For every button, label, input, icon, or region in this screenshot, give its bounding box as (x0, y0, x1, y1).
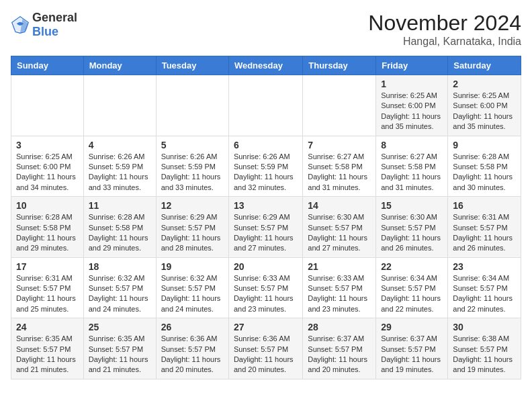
day-number: 15 (381, 200, 443, 211)
day-info: Sunrise: 6:25 AM Sunset: 6:00 PM Dayligh… (453, 91, 516, 132)
calendar-week-row: 10Sunrise: 6:28 AM Sunset: 5:58 PM Dayli… (11, 197, 521, 258)
day-number: 27 (234, 322, 298, 332)
calendar-cell (303, 75, 376, 136)
day-number: 21 (308, 261, 371, 272)
calendar-cell: 28Sunrise: 6:37 AM Sunset: 5:57 PM Dayli… (303, 318, 376, 379)
weekday-header-wednesday: Wednesday (228, 56, 302, 75)
calendar-cell: 6Sunrise: 6:26 AM Sunset: 5:59 PM Daylig… (228, 136, 302, 197)
calendar-week-row: 3Sunrise: 6:25 AM Sunset: 6:00 PM Daylig… (11, 136, 521, 197)
day-info: Sunrise: 6:32 AM Sunset: 5:57 PM Dayligh… (89, 273, 151, 315)
calendar-cell: 24Sunrise: 6:35 AM Sunset: 5:57 PM Dayli… (11, 318, 84, 379)
weekday-header-tuesday: Tuesday (156, 56, 228, 75)
calendar-cell: 10Sunrise: 6:28 AM Sunset: 5:58 PM Dayli… (11, 197, 84, 258)
day-info: Sunrise: 6:27 AM Sunset: 5:58 PM Dayligh… (381, 152, 443, 193)
calendar-cell: 21Sunrise: 6:33 AM Sunset: 5:57 PM Dayli… (303, 257, 376, 318)
day-number: 26 (161, 322, 224, 332)
day-number: 6 (234, 140, 298, 150)
calendar-cell: 26Sunrise: 6:36 AM Sunset: 5:57 PM Dayli… (156, 318, 228, 379)
title-section: November 2024 Hangal, Karnataka, India (368, 11, 521, 48)
calendar-cell: 30Sunrise: 6:38 AM Sunset: 5:57 PM Dayli… (448, 318, 521, 379)
day-info: Sunrise: 6:35 AM Sunset: 5:57 PM Dayligh… (89, 334, 151, 375)
day-info: Sunrise: 6:36 AM Sunset: 5:57 PM Dayligh… (234, 334, 298, 375)
logo: General Blue (11, 11, 77, 39)
calendar-cell: 25Sunrise: 6:35 AM Sunset: 5:57 PM Dayli… (83, 318, 156, 379)
day-info: Sunrise: 6:33 AM Sunset: 5:57 PM Dayligh… (308, 273, 371, 315)
day-info: Sunrise: 6:36 AM Sunset: 5:57 PM Dayligh… (161, 334, 224, 375)
day-info: Sunrise: 6:37 AM Sunset: 5:57 PM Dayligh… (381, 334, 443, 375)
calendar-cell: 8Sunrise: 6:27 AM Sunset: 5:58 PM Daylig… (376, 136, 448, 197)
calendar-cell: 14Sunrise: 6:30 AM Sunset: 5:57 PM Dayli… (303, 197, 376, 258)
day-info: Sunrise: 6:30 AM Sunset: 5:57 PM Dayligh… (381, 212, 443, 254)
calendar-week-row: 1Sunrise: 6:25 AM Sunset: 6:00 PM Daylig… (11, 75, 521, 136)
calendar-cell (11, 75, 84, 136)
day-number: 30 (453, 322, 516, 332)
calendar-cell: 18Sunrise: 6:32 AM Sunset: 5:57 PM Dayli… (83, 257, 156, 318)
weekday-header-row: SundayMondayTuesdayWednesdayThursdayFrid… (11, 56, 521, 75)
day-info: Sunrise: 6:26 AM Sunset: 5:59 PM Dayligh… (161, 152, 224, 193)
day-info: Sunrise: 6:25 AM Sunset: 6:00 PM Dayligh… (16, 152, 79, 193)
day-info: Sunrise: 6:33 AM Sunset: 5:57 PM Dayligh… (234, 273, 298, 315)
day-info: Sunrise: 6:30 AM Sunset: 5:57 PM Dayligh… (308, 212, 371, 254)
day-number: 11 (89, 200, 151, 211)
day-number: 25 (89, 322, 151, 332)
day-number: 4 (89, 140, 151, 150)
day-number: 2 (453, 79, 516, 89)
calendar-cell (156, 75, 228, 136)
day-info: Sunrise: 6:31 AM Sunset: 5:57 PM Dayligh… (16, 273, 79, 315)
day-info: Sunrise: 6:37 AM Sunset: 5:57 PM Dayligh… (308, 334, 371, 375)
day-info: Sunrise: 6:38 AM Sunset: 5:57 PM Dayligh… (453, 334, 516, 375)
calendar-cell: 20Sunrise: 6:33 AM Sunset: 5:57 PM Dayli… (228, 257, 302, 318)
calendar-cell: 23Sunrise: 6:34 AM Sunset: 5:57 PM Dayli… (448, 257, 521, 318)
day-number: 8 (381, 140, 443, 150)
calendar-cell: 12Sunrise: 6:29 AM Sunset: 5:57 PM Dayli… (156, 197, 228, 258)
calendar-cell: 16Sunrise: 6:31 AM Sunset: 5:57 PM Dayli… (448, 197, 521, 258)
logo-icon (11, 15, 30, 34)
day-number: 17 (16, 261, 79, 272)
calendar-week-row: 17Sunrise: 6:31 AM Sunset: 5:57 PM Dayli… (11, 257, 521, 318)
calendar-cell: 22Sunrise: 6:34 AM Sunset: 5:57 PM Dayli… (376, 257, 448, 318)
calendar-table: SundayMondayTuesdayWednesdayThursdayFrid… (11, 56, 521, 379)
day-number: 13 (234, 200, 298, 211)
day-number: 16 (453, 200, 516, 211)
calendar-cell (228, 75, 302, 136)
day-info: Sunrise: 6:34 AM Sunset: 5:57 PM Dayligh… (453, 273, 516, 315)
day-info: Sunrise: 6:26 AM Sunset: 5:59 PM Dayligh… (234, 152, 298, 193)
day-number: 3 (16, 140, 79, 150)
weekday-header-saturday: Saturday (448, 56, 521, 75)
day-info: Sunrise: 6:34 AM Sunset: 5:57 PM Dayligh… (381, 273, 443, 315)
day-info: Sunrise: 6:28 AM Sunset: 5:58 PM Dayligh… (89, 212, 151, 254)
day-info: Sunrise: 6:32 AM Sunset: 5:57 PM Dayligh… (161, 273, 224, 315)
day-info: Sunrise: 6:26 AM Sunset: 5:59 PM Dayligh… (89, 152, 151, 193)
day-info: Sunrise: 6:25 AM Sunset: 6:00 PM Dayligh… (381, 91, 443, 132)
calendar-cell: 29Sunrise: 6:37 AM Sunset: 5:57 PM Dayli… (376, 318, 448, 379)
day-number: 1 (381, 79, 443, 89)
day-info: Sunrise: 6:28 AM Sunset: 5:58 PM Dayligh… (16, 212, 79, 254)
day-number: 18 (89, 261, 151, 272)
calendar-cell: 19Sunrise: 6:32 AM Sunset: 5:57 PM Dayli… (156, 257, 228, 318)
calendar-cell: 11Sunrise: 6:28 AM Sunset: 5:58 PM Dayli… (83, 197, 156, 258)
day-number: 14 (308, 200, 371, 211)
month-title: November 2024 (368, 11, 521, 36)
day-number: 29 (381, 322, 443, 332)
day-number: 9 (453, 140, 516, 150)
day-number: 24 (16, 322, 79, 332)
day-number: 20 (234, 261, 298, 272)
weekday-header-sunday: Sunday (11, 56, 84, 75)
calendar-week-row: 24Sunrise: 6:35 AM Sunset: 5:57 PM Dayli… (11, 318, 521, 379)
day-number: 19 (161, 261, 224, 272)
day-number: 12 (161, 200, 224, 211)
day-info: Sunrise: 6:27 AM Sunset: 5:58 PM Dayligh… (308, 152, 371, 193)
calendar-cell: 5Sunrise: 6:26 AM Sunset: 5:59 PM Daylig… (156, 136, 228, 197)
day-number: 10 (16, 200, 79, 211)
calendar-cell: 15Sunrise: 6:30 AM Sunset: 5:57 PM Dayli… (376, 197, 448, 258)
calendar-cell (83, 75, 156, 136)
day-info: Sunrise: 6:35 AM Sunset: 5:57 PM Dayligh… (16, 334, 79, 375)
logo-text: General Blue (32, 11, 77, 39)
calendar-cell: 17Sunrise: 6:31 AM Sunset: 5:57 PM Dayli… (11, 257, 84, 318)
weekday-header-thursday: Thursday (303, 56, 376, 75)
calendar-cell: 4Sunrise: 6:26 AM Sunset: 5:59 PM Daylig… (83, 136, 156, 197)
calendar-cell: 3Sunrise: 6:25 AM Sunset: 6:00 PM Daylig… (11, 136, 84, 197)
weekday-header-friday: Friday (376, 56, 448, 75)
location-title: Hangal, Karnataka, India (368, 36, 521, 48)
day-info: Sunrise: 6:29 AM Sunset: 5:57 PM Dayligh… (234, 212, 298, 254)
